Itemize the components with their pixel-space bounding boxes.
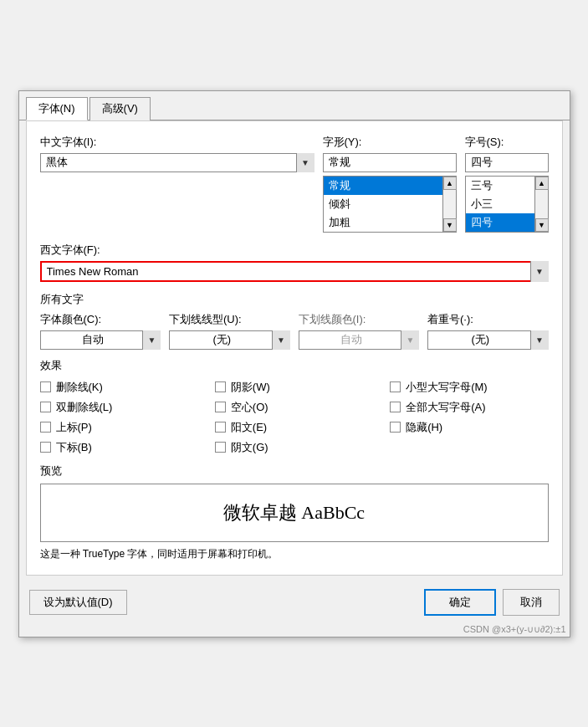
underline-label: 下划线线型(U): (169, 312, 290, 327)
effect-engrave-checkbox[interactable] (215, 442, 226, 453)
underline-color-arrow[interactable]: ▼ (401, 330, 419, 350)
size-item-3[interactable]: 三号 (466, 177, 534, 195)
effect-superscript-label: 上标(P) (56, 420, 92, 435)
bottom-bar: 设为默认值(D) 确定 取消 (19, 582, 570, 624)
effect-superscript[interactable]: 上标(P) (40, 420, 198, 435)
color-group: 字体颜色(C): ▼ (40, 312, 161, 350)
style-listbox: 常规 倾斜 加粗 (323, 176, 443, 233)
effect-subscript-checkbox[interactable] (40, 442, 51, 453)
western-font-row: 西文字体(F): ▼ (40, 243, 549, 282)
size-listbox-row: 三号 小三 四号 ▲ ▼ (465, 176, 549, 233)
preview-box: 微软卓越 AaBbCc (40, 484, 549, 542)
preview-note: 这是一种 TrueType 字体，同时适用于屏幕和打印机。 (40, 547, 549, 561)
effect-shadow-label: 阴影(W) (231, 380, 270, 395)
effect-small-caps[interactable]: 小型大写字母(M) (390, 380, 548, 395)
western-font-arrow[interactable]: ▼ (530, 261, 549, 282)
preview-title: 预览 (40, 463, 549, 479)
effects-grid: 删除线(K) 阴影(W) 小型大写字母(M) 双删除线(L) 空心(O (40, 380, 549, 455)
effect-small-caps-checkbox[interactable] (390, 381, 401, 392)
effect-superscript-checkbox[interactable] (40, 422, 51, 433)
underline-dropdown[interactable]: ▼ (169, 330, 290, 350)
size-dropdown-top (465, 153, 549, 172)
watermark: CSDN @x3+(y-∪∪∂2):±1 (19, 624, 570, 637)
effects-title: 效果 (40, 358, 549, 373)
effect-small-caps-label: 小型大写字母(M) (406, 380, 488, 395)
style-scroll-down[interactable]: ▼ (443, 218, 457, 232)
chinese-font-dropdown[interactable]: ▼ (40, 153, 314, 172)
effect-shadow[interactable]: 阴影(W) (215, 380, 373, 395)
emphasis-dropdown[interactable]: ▼ (427, 330, 549, 350)
chinese-font-input[interactable] (40, 153, 314, 172)
size-input[interactable] (465, 153, 549, 172)
preview-text: 微软卓越 AaBbCc (223, 500, 365, 525)
effect-all-caps-label: 全部大写字母(A) (406, 400, 485, 415)
ok-button[interactable]: 确定 (424, 589, 496, 616)
western-font-dropdown[interactable]: ▼ (40, 261, 549, 282)
western-font-group: 西文字体(F): ▼ (40, 243, 549, 282)
effect-emboss-label: 阳文(E) (231, 420, 267, 435)
underline-color-group: 下划线颜色(I): ▼ (299, 312, 420, 350)
effect-shadow-checkbox[interactable] (215, 381, 226, 392)
style-listbox-row: 常规 倾斜 加粗 ▲ ▼ (323, 176, 457, 233)
style-scroll-up[interactable]: ▲ (443, 177, 457, 190)
effect-outline-label: 空心(O) (231, 400, 268, 415)
effect-double-strikethrough[interactable]: 双删除线(L) (40, 400, 198, 415)
effect-outline[interactable]: 空心(O) (215, 400, 373, 415)
cancel-button[interactable]: 取消 (503, 589, 560, 616)
emphasis-arrow[interactable]: ▼ (530, 330, 549, 350)
effect-hidden[interactable]: 隐藏(H) (390, 420, 548, 435)
effect-hidden-label: 隐藏(H) (406, 420, 442, 435)
font-row: 中文字体(I): ▼ 字形(Y): 常规 倾斜 加粗 (40, 135, 549, 233)
effect-engrave[interactable]: 阴文(G) (215, 440, 373, 455)
chinese-font-arrow[interactable]: ▼ (296, 153, 314, 172)
set-default-button[interactable]: 设为默认值(D) (29, 590, 127, 615)
effect-hidden-checkbox[interactable] (390, 422, 401, 433)
western-font-label: 西文字体(F): (40, 243, 549, 258)
font-size-label: 字号(S): (465, 135, 549, 150)
effect-strikethrough[interactable]: 删除线(K) (40, 380, 198, 395)
tab-advanced[interactable]: 高级(V) (89, 97, 151, 120)
dialog-content: 中文字体(I): ▼ 字形(Y): 常规 倾斜 加粗 (26, 120, 563, 576)
effect-emboss[interactable]: 阳文(E) (215, 420, 373, 435)
ok-cancel-group: 确定 取消 (424, 589, 560, 616)
effect-emboss-checkbox[interactable] (215, 422, 226, 433)
effect-strikethrough-checkbox[interactable] (40, 381, 51, 392)
color-arrow[interactable]: ▼ (142, 330, 161, 350)
underline-color-dropdown[interactable]: ▼ (299, 330, 420, 350)
tab-font[interactable]: 字体(N) (26, 97, 88, 120)
emphasis-label: 着重号(·): (427, 312, 549, 327)
underline-arrow[interactable]: ▼ (272, 330, 290, 350)
style-input[interactable] (323, 153, 457, 172)
size-item-small3[interactable]: 小三 (466, 195, 534, 213)
effect-subscript-label: 下标(B) (56, 440, 92, 455)
chinese-font-label: 中文字体(I): (40, 135, 314, 150)
chinese-font-group: 中文字体(I): ▼ (40, 135, 314, 233)
size-scroll-up[interactable]: ▲ (535, 177, 549, 190)
style-item-regular[interactable]: 常规 (324, 177, 442, 195)
effect-double-strikethrough-checkbox[interactable] (40, 402, 51, 412)
size-scroll-track (535, 190, 548, 218)
style-item-italic[interactable]: 倾斜 (324, 195, 442, 213)
color-dropdown[interactable]: ▼ (40, 330, 161, 350)
size-listbox: 三号 小三 四号 (465, 176, 535, 233)
effect-engrave-label: 阴文(G) (231, 440, 268, 455)
font-size-group: 字号(S): 三号 小三 四号 ▲ ▼ (465, 135, 549, 233)
effect-strikethrough-label: 删除线(K) (56, 380, 103, 395)
all-text-label: 所有文字 (40, 292, 549, 307)
font-style-label: 字形(Y): (323, 135, 457, 150)
style-scrollbar: ▲ ▼ (443, 176, 457, 233)
western-font-input[interactable] (40, 261, 549, 282)
size-item-4[interactable]: 四号 (466, 213, 534, 232)
effect-double-strikethrough-label: 双删除线(L) (56, 400, 113, 415)
style-dropdown-top (323, 153, 457, 172)
font-dialog: 字体(N) 高级(V) 中文字体(I): ▼ 字形(Y): (18, 90, 570, 637)
size-scrollbar: ▲ ▼ (535, 176, 549, 233)
effect-outline-checkbox[interactable] (215, 402, 226, 412)
effect-all-caps-checkbox[interactable] (390, 402, 401, 412)
tab-bar: 字体(N) 高级(V) (19, 91, 570, 120)
effect-all-caps[interactable]: 全部大写字母(A) (390, 400, 548, 415)
effect-subscript[interactable]: 下标(B) (40, 440, 198, 455)
emphasis-group: 着重号(·): ▼ (427, 312, 549, 350)
size-scroll-down[interactable]: ▼ (535, 218, 549, 232)
style-item-bold[interactable]: 加粗 (324, 213, 442, 232)
